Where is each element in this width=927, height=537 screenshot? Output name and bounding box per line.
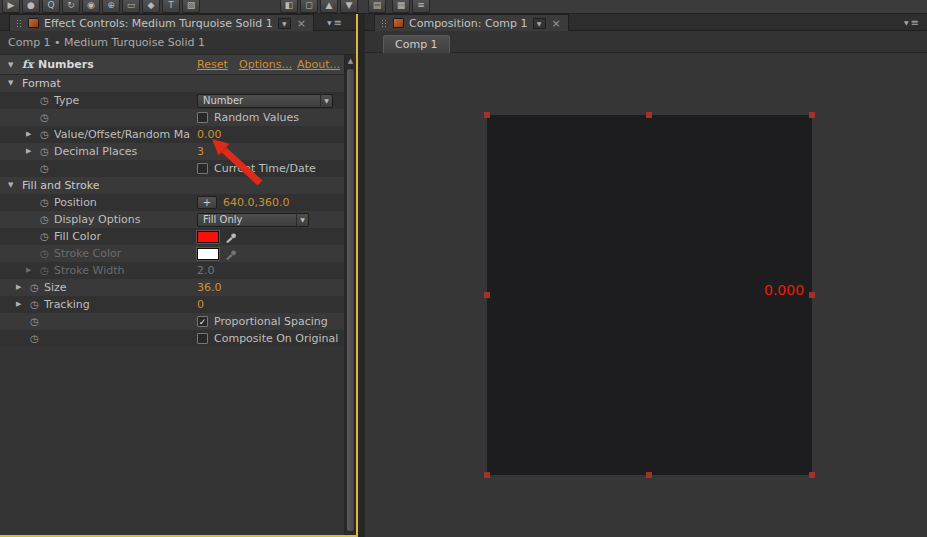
tab-effect-controls[interactable]: Effect Controls: Medium Turquoise Solid … [9, 14, 314, 31]
grid-guides-button[interactable]: ▦ [392, 0, 410, 13]
hand-tool[interactable]: ● [22, 0, 40, 13]
composite-on-original-checkbox[interactable] [197, 333, 208, 344]
display-options-dropdown[interactable]: Fill Only ▼ [197, 213, 309, 227]
twirl-right-icon[interactable]: ▶ [26, 126, 31, 143]
twirl-right-icon[interactable]: ▶ [26, 143, 31, 160]
stopwatch-icon[interactable]: ◷ [40, 228, 49, 245]
twirl-down-icon[interactable]: ▼ [8, 75, 13, 92]
stopwatch-icon[interactable]: ◷ [30, 279, 39, 296]
fx-icon[interactable]: fx [22, 55, 33, 75]
viewer-tab-label: Comp 1 [395, 38, 438, 51]
point-picker-icon[interactable]: + [197, 196, 217, 209]
workspace-button[interactable]: ▤ [368, 0, 386, 13]
scroll-up-icon[interactable]: ▲ [345, 55, 356, 67]
menu-button[interactable]: ≡ [412, 0, 430, 13]
effect-name: Numbers [38, 55, 94, 75]
value-offset-value[interactable]: 0.00 [197, 126, 222, 143]
clone-stamp-tool[interactable]: ◧ [280, 0, 298, 13]
property-label: Stroke Color [54, 245, 196, 262]
viewer-tab-comp-1[interactable]: Comp 1 [383, 35, 450, 53]
stopwatch-icon[interactable]: ◷ [40, 126, 49, 143]
chevron-down-icon[interactable]: ▼ [533, 18, 546, 29]
stopwatch-icon[interactable]: ◷ [30, 296, 39, 313]
puppet-pin-tool[interactable]: ▼ [340, 0, 358, 13]
property-label: Decimal Places [54, 143, 196, 160]
row-fill-color: ◷ Fill Color [0, 228, 344, 245]
group-label: Fill and Stroke [22, 177, 99, 194]
eraser-tool[interactable]: ◻ [300, 0, 318, 13]
layer-handle[interactable] [484, 112, 490, 118]
twirl-right-icon[interactable]: ▶ [16, 296, 21, 313]
row-value-offset-random-max: ▶ ◷ Value/Offset/Random Ma 0.00 [0, 126, 344, 143]
pan-behind-tool[interactable]: ⊕ [102, 0, 120, 13]
twirl-right-icon[interactable]: ▶ [16, 279, 21, 296]
property-label: Fill Color [54, 228, 196, 245]
row-proportional-spacing: ◷ ✓ Proportional Spacing [0, 313, 344, 330]
pen-tool[interactable]: ◆ [142, 0, 160, 13]
stopwatch-icon[interactable]: ◷ [40, 109, 49, 126]
eyedropper-icon[interactable] [225, 231, 237, 243]
chevron-down-icon: ▼ [904, 19, 909, 26]
mask-shape-tool[interactable]: ▭ [122, 0, 140, 13]
stopwatch-icon[interactable]: ◷ [40, 211, 49, 228]
layer-handle[interactable] [646, 472, 652, 478]
stopwatch-icon[interactable]: ◷ [40, 194, 49, 211]
roto-brush-tool[interactable]: ▲ [320, 0, 338, 13]
fill-color-swatch[interactable] [197, 231, 219, 243]
solid-layer[interactable]: 0.000 [487, 115, 812, 475]
composition-tab-title: Composition: Comp 1 [409, 17, 528, 30]
tracking-value[interactable]: 0 [197, 296, 204, 313]
type-dropdown[interactable]: Number ▼ [197, 94, 333, 108]
decimal-places-value[interactable]: 3 [197, 143, 204, 160]
composition-viewer[interactable]: 0.000 [365, 53, 927, 537]
stopwatch-icon[interactable]: ◷ [40, 143, 49, 160]
panel-menu-button[interactable]: ▼ ≡ [327, 16, 342, 29]
chevron-down-icon[interactable]: ▼ [278, 18, 291, 29]
random-values-checkbox[interactable] [197, 112, 208, 123]
current-time-date-checkbox[interactable] [197, 163, 208, 174]
tab-composition[interactable]: Composition: Comp 1 ▼ × [374, 14, 569, 31]
stopwatch-icon[interactable]: ◷ [40, 160, 49, 177]
stopwatch-icon[interactable]: ◷ [40, 92, 49, 109]
layer-handle[interactable] [484, 472, 490, 478]
type-tool[interactable]: T [162, 0, 180, 13]
panel-menu-button[interactable]: ▼ ≡ [904, 16, 919, 29]
about-link[interactable]: About... [297, 55, 340, 75]
menu-lines-icon: ≡ [911, 17, 919, 28]
twirl-down-icon[interactable]: ▼ [8, 177, 13, 194]
scrollbar-thumb[interactable] [346, 68, 355, 532]
vertical-scrollbar[interactable]: ▲ [344, 55, 356, 535]
row-composite-on-original: ◷ Composite On Original [0, 330, 344, 347]
twirl-down-icon[interactable]: ▼ [8, 55, 13, 75]
stopwatch-icon[interactable]: ◷ [40, 262, 49, 279]
layer-handle[interactable] [809, 472, 815, 478]
layer-handle[interactable] [809, 112, 815, 118]
composition-panel: Composition: Comp 1 ▼ × ▼ ≡ Comp 1 [365, 14, 927, 537]
selection-tool[interactable]: ▶ [2, 0, 20, 13]
layer-handle[interactable] [809, 292, 815, 298]
size-value[interactable]: 36.0 [197, 279, 222, 296]
zoom-tool[interactable]: Q [42, 0, 60, 13]
row-current-time-date: ◷ Current Time/Date [0, 160, 344, 177]
layer-handle[interactable] [646, 112, 652, 118]
options-link[interactable]: Options... [239, 55, 292, 75]
close-icon[interactable]: × [551, 18, 562, 29]
stroke-color-swatch[interactable] [197, 248, 219, 260]
layer-handle[interactable] [484, 292, 490, 298]
stopwatch-icon[interactable]: ◷ [40, 245, 49, 262]
camera-tool[interactable]: ◉ [82, 0, 100, 13]
proportional-spacing-checkbox[interactable]: ✓ [197, 316, 208, 327]
brush-tool[interactable]: ▨ [182, 0, 200, 13]
stopwatch-icon[interactable]: ◷ [30, 330, 39, 347]
row-tracking: ▶ ◷ Tracking 0 [0, 296, 344, 313]
effect-controls-tab-title: Effect Controls: Medium Turquoise Solid … [44, 17, 273, 30]
rotation-tool[interactable]: ↻ [62, 0, 80, 13]
position-value[interactable]: 640.0,360.0 [223, 194, 289, 211]
effect-header: ▼ fx Numbers Reset Options... About... [0, 55, 356, 75]
twirl-right-icon[interactable]: ▶ [26, 262, 31, 279]
row-fill-and-stroke-group[interactable]: ▼ Fill and Stroke [0, 177, 344, 194]
close-icon[interactable]: × [296, 18, 307, 29]
row-format-group[interactable]: ▼ Format [0, 75, 344, 92]
reset-link[interactable]: Reset [197, 55, 228, 75]
stopwatch-icon[interactable]: ◷ [30, 313, 39, 330]
